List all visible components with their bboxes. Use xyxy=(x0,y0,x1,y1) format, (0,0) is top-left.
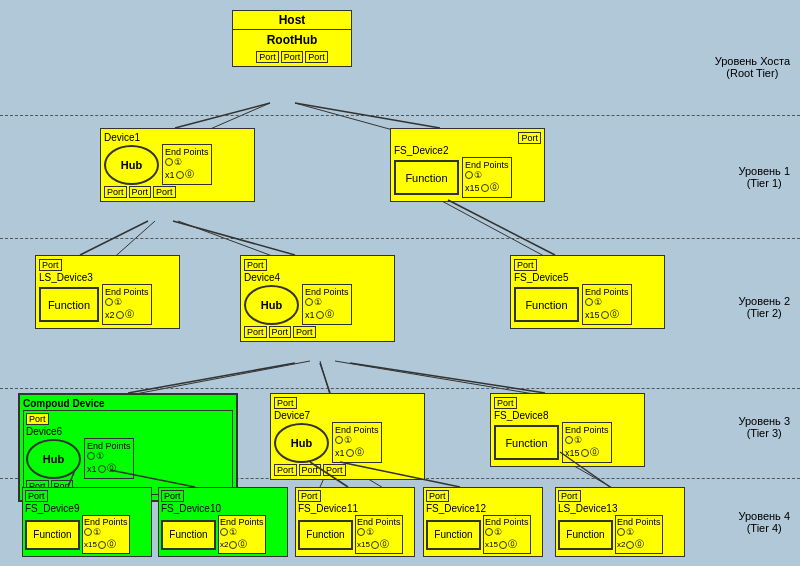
ep-circle xyxy=(229,541,237,549)
device6-inner: Port Device6 Hub End Points ① x1 ⓪ Port … xyxy=(23,410,233,495)
port-label: Port xyxy=(558,490,581,502)
endpoints-label: End Points xyxy=(305,287,349,297)
ep-circle xyxy=(98,541,106,549)
ep-num: ① xyxy=(474,170,482,180)
ep-circle xyxy=(499,541,507,549)
device7: Port Device7 Hub End Points ① x1 ⓪ Port … xyxy=(270,393,425,480)
host-device: Host RootHub Port Port Port xyxy=(232,10,352,67)
port-label: Port xyxy=(26,413,49,425)
ep-circle xyxy=(581,449,589,457)
port-label: Port xyxy=(426,490,449,502)
endpoints-box: End Points ① x15 ⓪ xyxy=(82,515,130,554)
ep-num: ① xyxy=(594,297,602,307)
ep-num: ⓪ xyxy=(490,181,499,194)
fs-device12-inner: Function End Points ① x15 ⓪ xyxy=(426,515,540,554)
divider-2 xyxy=(0,238,800,239)
fs-device12-label: FS_Device12 xyxy=(426,503,540,514)
ep-num: ⓪ xyxy=(635,538,644,551)
x2-label: x2 xyxy=(617,540,625,549)
device7-label: Device7 xyxy=(274,410,421,421)
function-rect: Function xyxy=(394,160,459,195)
ep-num: ① xyxy=(344,435,352,445)
fs-device5-port-top: Port xyxy=(514,259,661,271)
fs-device2-inner: Function End Points ① x15 ⓪ xyxy=(394,157,541,198)
ep-num: ① xyxy=(314,297,322,307)
ep-row-1: ① xyxy=(565,435,609,445)
divider-1 xyxy=(0,115,800,116)
device4-port-top: Port xyxy=(244,259,391,271)
port-label: Port xyxy=(161,490,184,502)
endpoints-label: End Points xyxy=(565,425,609,435)
endpoints-box: End Points ① x2 ⓪ xyxy=(615,515,663,554)
endpoints-box: End Points ① x1 ⓪ xyxy=(84,438,134,479)
function-rect: Function xyxy=(494,425,559,460)
fs-device10-inner: Function End Points ① x2 ⓪ xyxy=(161,515,285,554)
endpoints-box: End Points ① x15 ⓪ xyxy=(462,157,512,198)
function-rect: Function xyxy=(558,520,613,550)
ep-row-x2: x2 ⓪ xyxy=(105,308,149,321)
ep-row-1: ① xyxy=(165,157,209,167)
ep-circle xyxy=(481,184,489,192)
endpoints-label: End Points xyxy=(485,517,529,527)
port-label: Port xyxy=(256,51,279,63)
port-label: Port xyxy=(274,464,297,476)
endpoints-label: End Points xyxy=(357,517,401,527)
fs-device8-inner: Function End Points ① x15 ⓪ xyxy=(494,422,641,463)
port-label: Port xyxy=(298,490,321,502)
function-rect: Function xyxy=(161,520,216,550)
ep-row-1: ① xyxy=(465,170,509,180)
ls-device3-port-top: Port xyxy=(39,259,176,271)
port-label: Port xyxy=(25,490,48,502)
endpoints-label: End Points xyxy=(335,425,379,435)
ep-num: ⓪ xyxy=(610,308,619,321)
ls-device3-inner: Function End Points ① x2 ⓪ xyxy=(39,284,176,325)
svg-line-4 xyxy=(130,361,310,395)
ep-num: ⓪ xyxy=(355,446,364,459)
device6-port-top: Port xyxy=(26,413,230,425)
port-label: Port xyxy=(104,186,127,198)
device4-ports: Port Port Port xyxy=(244,326,391,338)
x2-label: x2 xyxy=(220,540,228,549)
device1-label: Device1 xyxy=(104,132,251,143)
fs-device5: Port FS_Device5 Function End Points ① x1… xyxy=(510,255,665,329)
hub-ellipse: Hub xyxy=(104,145,159,185)
fs-device11: Port FS_Device11 Function End Points ① x… xyxy=(295,487,415,557)
ep-row-1: ① xyxy=(335,435,379,445)
x15-label: x15 xyxy=(84,540,97,549)
ep-num: ⓪ xyxy=(380,538,389,551)
ep-num: ⓪ xyxy=(107,538,116,551)
endpoints-label: End Points xyxy=(84,517,128,527)
hub-ellipse: Hub xyxy=(26,439,81,479)
port-label: Port xyxy=(274,397,297,409)
device6-label: Device6 xyxy=(26,426,230,437)
svg-line-5 xyxy=(320,361,330,395)
endpoints-box: End Points ① x15 ⓪ xyxy=(355,515,403,554)
device4: Port Device4 Hub End Points ① x1 ⓪ Port … xyxy=(240,255,395,342)
fs-device11-inner: Function End Points ① x15 ⓪ xyxy=(298,515,412,554)
fs-device5-inner: Function End Points ① x15 ⓪ xyxy=(514,284,661,325)
device4-label: Device4 xyxy=(244,272,391,283)
hub-ellipse: Hub xyxy=(244,285,299,325)
fs-device9-label: FS_Device9 xyxy=(25,503,149,514)
endpoints-box: End Points ① x15 ⓪ xyxy=(562,422,612,463)
x15-label: x15 xyxy=(485,540,498,549)
x15-label: x15 xyxy=(585,310,600,320)
ls-device3-label: LS_Device3 xyxy=(39,272,176,283)
compound-device-label: Compoud Device xyxy=(23,398,233,409)
fs-device2-label: FS_Device2 xyxy=(394,145,541,156)
ep-circle xyxy=(465,171,473,179)
ep-circle xyxy=(84,528,92,536)
function-rect: Function xyxy=(25,520,80,550)
tier-label-1: Уровень 1(Tier 1) xyxy=(738,165,790,189)
port-label: Port xyxy=(323,464,346,476)
device6-content: Hub End Points ① x1 ⓪ xyxy=(26,438,230,479)
fs-device10-port-top: Port xyxy=(161,490,285,502)
x15-label: x15 xyxy=(565,448,580,458)
x2-label: x2 xyxy=(105,310,115,320)
device7-inner: Hub End Points ① x1 ⓪ xyxy=(274,422,421,463)
ep-row-1: ① xyxy=(84,527,128,537)
ep-row-x15: x15 ⓪ xyxy=(357,538,401,551)
fs-device10-label: FS_Device10 xyxy=(161,503,285,514)
function-rect: Function xyxy=(514,287,579,322)
ep-num: ⓪ xyxy=(238,538,247,551)
